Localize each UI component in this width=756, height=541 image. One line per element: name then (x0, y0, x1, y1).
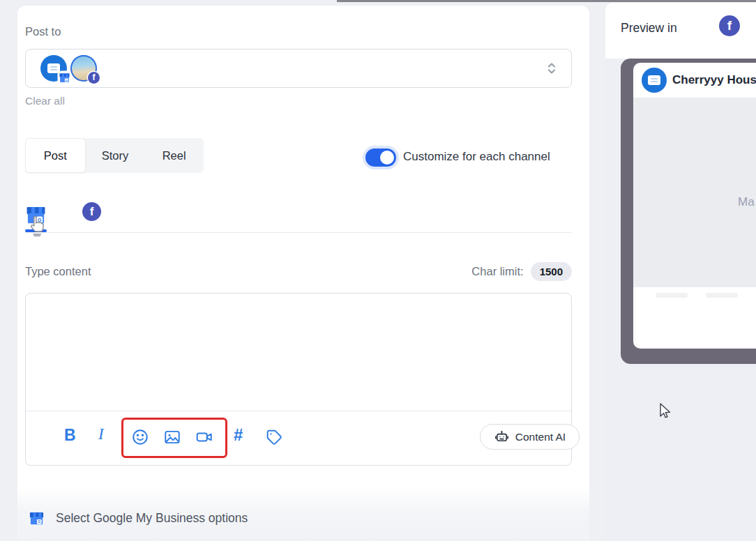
window-top-edge (337, 0, 756, 2)
account-select[interactable]: G f (25, 49, 572, 88)
hashtag-button[interactable]: # (234, 425, 243, 445)
bold-button[interactable]: B (64, 426, 76, 445)
preview-account-avatar (642, 68, 667, 93)
preview-panel: Preview in f Cherryyy House Ma (605, 3, 756, 541)
preview-avatar-logo (648, 75, 660, 85)
gmb-options-row[interactable]: G Select Google My Business options (29, 510, 248, 526)
gmb-badge-icon: G (59, 72, 70, 84)
gmb-options-label: Select Google My Business options (56, 511, 248, 526)
customize-toggle-label: Customize for each channel (403, 150, 550, 164)
facebook-account-avatar[interactable]: f (70, 55, 97, 82)
facebook-badge-icon: f (88, 72, 100, 84)
composer-card: Post to G f Clear (17, 6, 589, 541)
video-button[interactable] (195, 428, 213, 446)
svg-text:G: G (38, 519, 40, 524)
toolbar-divider (26, 411, 571, 411)
preview-header: Preview in f (605, 3, 756, 59)
preview-placeholder-text: Ma (738, 195, 755, 209)
gmb-account-avatar[interactable]: G (40, 55, 67, 82)
post-to-label: Post to (25, 25, 61, 38)
mouse-cursor (656, 402, 673, 422)
content-textarea[interactable] (26, 294, 571, 410)
robot-icon (494, 429, 510, 445)
gmb-options-section: G Select Google My Business options (17, 488, 589, 541)
tab-reel[interactable]: Reel (144, 138, 204, 173)
emoji-button[interactable] (131, 428, 149, 446)
char-limit-label: Char limit: (471, 265, 523, 278)
preview-footer-smudge (656, 293, 688, 298)
channel-tab-facebook[interactable]: f (82, 202, 101, 221)
tab-story[interactable]: Story (86, 138, 145, 173)
preview-post-card: Cherryyy House Ma (633, 63, 756, 349)
preview-facebook-icon[interactable]: f (719, 15, 740, 36)
svg-text:G: G (66, 79, 68, 82)
customize-toggle[interactable] (365, 148, 396, 167)
char-limit-badge: 1500 (531, 262, 572, 281)
preview-account-name: Cherryyy House (672, 73, 756, 87)
gmb-storefront-icon: G (29, 510, 45, 526)
image-button[interactable] (163, 428, 181, 446)
preview-phone-frame: Cherryyy House Ma (621, 59, 756, 364)
content-ai-button[interactable]: Content AI (480, 424, 580, 450)
preview-media-placeholder: Ma (633, 98, 756, 287)
italic-button[interactable]: I (98, 425, 104, 443)
preview-footer-smudge (706, 293, 738, 298)
tag-button[interactable] (265, 428, 283, 446)
compose-box: B I # (25, 293, 572, 466)
post-type-tabs: Post Story Reel (25, 138, 204, 173)
content-ai-label: Content AI (515, 431, 566, 443)
toggle-knob (380, 151, 394, 165)
type-content-label: Type content (25, 265, 91, 278)
select-chevrons-icon[interactable] (543, 60, 560, 77)
clear-all-link[interactable]: Clear all (25, 95, 65, 107)
tab-post[interactable]: Post (25, 138, 86, 173)
hand-pointer-cursor (27, 215, 46, 237)
channel-divider (25, 232, 572, 233)
preview-title: Preview in (621, 21, 677, 36)
